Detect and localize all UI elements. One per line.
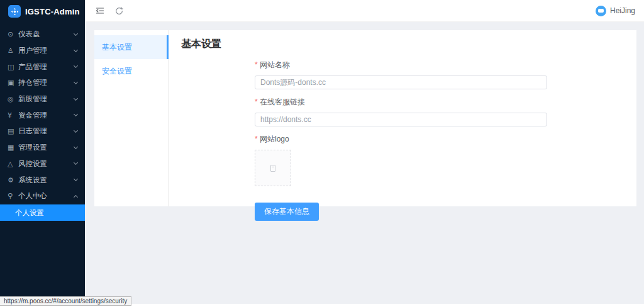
chevron-down-icon <box>74 31 78 36</box>
page-title: 基本设置 <box>181 38 624 51</box>
save-basic-info-button[interactable]: 保存基本信息 <box>255 203 319 221</box>
logs-icon: ▤ <box>8 127 18 135</box>
chevron-down-icon <box>74 160 78 165</box>
sidebar-item-users[interactable]: ♙ 用户管理 <box>0 43 85 59</box>
site-logo-label: 网站logo <box>255 134 547 145</box>
tab-basic-settings[interactable]: 基本设置 <box>94 35 169 59</box>
refresh-icon[interactable] <box>113 4 125 17</box>
dashboard-icon: ⊙ <box>8 30 18 38</box>
products-icon: ◫ <box>8 63 18 71</box>
app-logo-row: IGSTC-Admin <box>0 0 85 21</box>
sidebar-item-admin-settings[interactable]: ▦ 管理设置 <box>0 140 85 156</box>
chevron-down-icon <box>74 64 78 68</box>
status-bar-link-preview: https://m.poos.cc/#/account/settings/sec… <box>0 296 131 306</box>
sidebar-item-dashboard[interactable]: ⊙ 仪表盘 <box>0 26 85 43</box>
support-link-input[interactable] <box>255 113 547 126</box>
user-menu[interactable]: HeiJing <box>596 6 635 16</box>
field-site-name: 网站名称 <box>255 60 547 89</box>
topbar: HeiJing <box>85 0 644 22</box>
users-icon: ♙ <box>8 47 18 55</box>
field-site-logo: 网站logo <box>255 134 547 186</box>
chevron-up-icon <box>74 195 78 199</box>
chevron-down-icon <box>74 112 78 116</box>
sidebar-item-funds[interactable]: ¥ 资金管理 <box>0 107 85 123</box>
sidebar-nav: ⊙ 仪表盘 ♙ 用户管理 ◫ 产品管理 ▣ 持仓管理 ◎ 新股管理 ¥ 资金管理 <box>0 26 85 221</box>
support-link-label: 在线客服链接 <box>255 97 547 108</box>
app-logo-icon <box>8 5 21 18</box>
sidebar-item-ipo[interactable]: ◎ 新股管理 <box>0 91 85 108</box>
chevron-down-icon <box>74 145 78 149</box>
sidebar-item-profile[interactable]: ⚲ 个人中心 <box>0 188 85 204</box>
sidebar-subitem-personal-settings[interactable]: 个人设置 <box>0 204 85 221</box>
chevron-down-icon <box>74 177 78 181</box>
broken-image-icon <box>270 165 275 172</box>
chevron-down-icon <box>74 80 78 84</box>
system-settings-icon: ⚙ <box>8 176 18 184</box>
settings-card: 基本设置 安全设置 基本设置 网站名称 在线客服链接 网站logo 保存基本信息 <box>94 30 636 206</box>
sidebar-item-products[interactable]: ◫ 产品管理 <box>0 59 85 75</box>
risk-icon: △ <box>8 160 18 168</box>
collapse-menu-icon[interactable] <box>94 4 106 17</box>
tab-security-settings[interactable]: 安全设置 <box>94 59 168 83</box>
chevron-down-icon <box>74 96 78 101</box>
settings-content: 基本设置 网站名称 在线客服链接 网站logo 保存基本信息 <box>169 30 636 206</box>
basic-settings-form: 网站名称 在线客服链接 网站logo 保存基本信息 <box>255 60 547 221</box>
sidebar-item-positions[interactable]: ▣ 持仓管理 <box>0 75 85 91</box>
user-avatar <box>596 6 606 16</box>
funds-icon: ¥ <box>8 111 18 120</box>
site-name-label: 网站名称 <box>255 60 547 70</box>
settings-nav: 基本设置 安全设置 <box>94 30 169 206</box>
site-name-input[interactable] <box>255 75 547 89</box>
admin-settings-icon: ▦ <box>8 143 18 152</box>
sidebar-item-logs[interactable]: ▤ 日志管理 <box>0 123 85 140</box>
username: HeiJing <box>610 6 635 15</box>
field-support-link: 在线客服链接 <box>255 97 547 126</box>
app-title: IGSTC-Admin <box>25 7 80 16</box>
sidebar-item-risk[interactable]: △ 风控设置 <box>0 156 85 172</box>
sidebar-item-system-settings[interactable]: ⚙ 系统设置 <box>0 172 85 188</box>
logo-upload-box[interactable] <box>255 150 291 186</box>
sidebar: IGSTC-Admin ⊙ 仪表盘 ♙ 用户管理 ◫ 产品管理 ▣ 持仓管理 ◎… <box>0 0 85 299</box>
ipo-icon: ◎ <box>8 95 18 103</box>
profile-icon: ⚲ <box>8 192 18 200</box>
positions-icon: ▣ <box>8 79 18 87</box>
chevron-down-icon <box>74 128 78 133</box>
chevron-down-icon <box>74 47 78 52</box>
